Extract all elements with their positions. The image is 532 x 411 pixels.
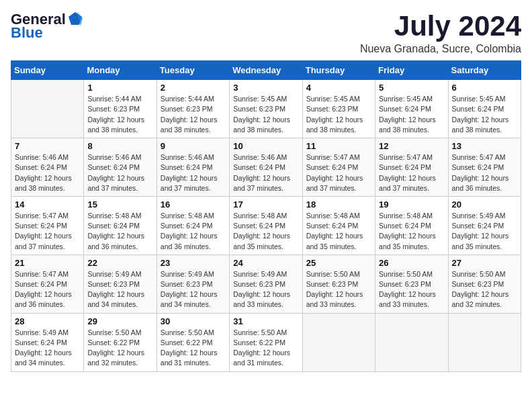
day-info: Sunrise: 5:48 AMSunset: 6:24 PMDaylight:… xyxy=(379,211,444,252)
day-info: Sunrise: 5:49 AMSunset: 6:24 PMDaylight:… xyxy=(452,211,517,252)
calendar-cell xyxy=(448,313,521,371)
calendar-cell: 24Sunrise: 5:49 AMSunset: 6:23 PMDayligh… xyxy=(230,255,302,313)
day-number: 28 xyxy=(15,316,80,326)
day-info: Sunrise: 5:50 AMSunset: 6:22 PMDaylight:… xyxy=(161,328,226,369)
day-info: Sunrise: 5:50 AMSunset: 6:22 PMDaylight:… xyxy=(233,328,298,369)
calendar-cell: 28Sunrise: 5:49 AMSunset: 6:24 PMDayligh… xyxy=(11,313,84,371)
day-info: Sunrise: 5:50 AMSunset: 6:22 PMDaylight:… xyxy=(87,328,152,369)
day-number: 7 xyxy=(15,141,80,151)
day-info: Sunrise: 5:47 AMSunset: 6:24 PMDaylight:… xyxy=(306,152,371,193)
day-header-tuesday: Tuesday xyxy=(157,61,229,80)
week-row-4: 21Sunrise: 5:47 AMSunset: 6:24 PMDayligh… xyxy=(11,255,521,313)
day-info: Sunrise: 5:44 AMSunset: 6:23 PMDaylight:… xyxy=(161,94,226,135)
day-number: 19 xyxy=(379,199,444,210)
day-number: 17 xyxy=(233,199,298,210)
day-header-monday: Monday xyxy=(84,61,157,80)
calendar-cell: 26Sunrise: 5:50 AMSunset: 6:23 PMDayligh… xyxy=(375,255,448,313)
day-number: 13 xyxy=(452,141,517,151)
title-area: July 2024 Nueva Granada, Sucre, Colombia xyxy=(360,11,521,55)
calendar-cell: 20Sunrise: 5:49 AMSunset: 6:24 PMDayligh… xyxy=(448,196,521,255)
day-info: Sunrise: 5:50 AMSunset: 6:23 PMDaylight:… xyxy=(306,269,371,310)
day-number: 9 xyxy=(161,141,226,151)
day-info: Sunrise: 5:47 AMSunset: 6:24 PMDaylight:… xyxy=(15,211,80,252)
day-header-friday: Friday xyxy=(375,61,448,80)
day-number: 30 xyxy=(161,316,226,326)
day-number: 23 xyxy=(161,258,226,268)
day-info: Sunrise: 5:46 AMSunset: 6:24 PMDaylight:… xyxy=(233,152,298,193)
day-info: Sunrise: 5:45 AMSunset: 6:23 PMDaylight:… xyxy=(306,94,371,135)
calendar-table: SundayMondayTuesdayWednesdayThursdayFrid… xyxy=(11,60,521,371)
calendar-cell: 15Sunrise: 5:48 AMSunset: 6:24 PMDayligh… xyxy=(84,196,157,255)
day-info: Sunrise: 5:49 AMSunset: 6:23 PMDaylight:… xyxy=(87,269,152,310)
day-info: Sunrise: 5:46 AMSunset: 6:24 PMDaylight:… xyxy=(161,152,226,193)
day-info: Sunrise: 5:46 AMSunset: 6:24 PMDaylight:… xyxy=(15,152,80,193)
calendar-cell: 14Sunrise: 5:47 AMSunset: 6:24 PMDayligh… xyxy=(11,196,84,255)
calendar-cell: 19Sunrise: 5:48 AMSunset: 6:24 PMDayligh… xyxy=(375,196,448,255)
day-number: 27 xyxy=(452,258,517,268)
calendar-cell: 30Sunrise: 5:50 AMSunset: 6:22 PMDayligh… xyxy=(157,313,229,371)
day-number: 4 xyxy=(306,83,371,93)
day-number: 18 xyxy=(306,199,371,210)
day-number: 1 xyxy=(87,83,152,93)
day-info: Sunrise: 5:45 AMSunset: 6:24 PMDaylight:… xyxy=(379,94,444,135)
day-number: 16 xyxy=(161,199,226,210)
day-info: Sunrise: 5:49 AMSunset: 6:24 PMDaylight:… xyxy=(15,328,80,369)
calendar-cell: 31Sunrise: 5:50 AMSunset: 6:22 PMDayligh… xyxy=(230,313,302,371)
calendar-cell xyxy=(375,313,448,371)
page-header: General Blue July 2024 Nueva Granada, Su… xyxy=(11,11,521,55)
calendar-cell: 6Sunrise: 5:45 AMSunset: 6:24 PMDaylight… xyxy=(448,80,521,138)
calendar-cell: 29Sunrise: 5:50 AMSunset: 6:22 PMDayligh… xyxy=(84,313,157,371)
day-number: 8 xyxy=(87,141,152,151)
day-info: Sunrise: 5:48 AMSunset: 6:24 PMDaylight:… xyxy=(306,211,371,252)
calendar-cell xyxy=(11,80,84,138)
calendar-cell: 5Sunrise: 5:45 AMSunset: 6:24 PMDaylight… xyxy=(375,80,448,138)
calendar-cell: 11Sunrise: 5:47 AMSunset: 6:24 PMDayligh… xyxy=(302,138,375,197)
day-number: 22 xyxy=(87,258,152,268)
page-subtitle: Nueva Granada, Sucre, Colombia xyxy=(360,43,521,55)
day-number: 2 xyxy=(161,83,226,93)
logo-blue: Blue xyxy=(11,24,43,42)
calendar-cell: 18Sunrise: 5:48 AMSunset: 6:24 PMDayligh… xyxy=(302,196,375,255)
day-number: 31 xyxy=(233,316,298,326)
day-number: 29 xyxy=(87,316,152,326)
calendar-cell: 17Sunrise: 5:48 AMSunset: 6:24 PMDayligh… xyxy=(230,196,302,255)
day-number: 11 xyxy=(306,141,371,151)
day-number: 12 xyxy=(379,141,444,151)
calendar-cell: 3Sunrise: 5:45 AMSunset: 6:23 PMDaylight… xyxy=(230,80,302,138)
logo: General Blue xyxy=(11,11,83,42)
calendar-cell: 12Sunrise: 5:47 AMSunset: 6:24 PMDayligh… xyxy=(375,138,448,197)
day-info: Sunrise: 5:47 AMSunset: 6:24 PMDaylight:… xyxy=(379,152,444,193)
day-info: Sunrise: 5:47 AMSunset: 6:24 PMDaylight:… xyxy=(452,152,517,193)
day-info: Sunrise: 5:49 AMSunset: 6:23 PMDaylight:… xyxy=(233,269,298,310)
day-info: Sunrise: 5:45 AMSunset: 6:24 PMDaylight:… xyxy=(452,94,517,135)
day-info: Sunrise: 5:47 AMSunset: 6:24 PMDaylight:… xyxy=(15,269,80,310)
calendar-cell: 21Sunrise: 5:47 AMSunset: 6:24 PMDayligh… xyxy=(11,255,84,313)
day-info: Sunrise: 5:46 AMSunset: 6:24 PMDaylight:… xyxy=(87,152,152,193)
calendar-cell: 7Sunrise: 5:46 AMSunset: 6:24 PMDaylight… xyxy=(11,138,84,197)
day-number: 24 xyxy=(233,258,298,268)
day-number: 10 xyxy=(233,141,298,151)
page-title: July 2024 xyxy=(360,11,521,42)
day-header-sunday: Sunday xyxy=(11,61,84,80)
calendar-cell: 4Sunrise: 5:45 AMSunset: 6:23 PMDaylight… xyxy=(302,80,375,138)
calendar-cell: 22Sunrise: 5:49 AMSunset: 6:23 PMDayligh… xyxy=(84,255,157,313)
day-info: Sunrise: 5:49 AMSunset: 6:23 PMDaylight:… xyxy=(161,269,226,310)
day-number: 3 xyxy=(233,83,298,93)
day-number: 26 xyxy=(379,258,444,268)
calendar-cell: 2Sunrise: 5:44 AMSunset: 6:23 PMDaylight… xyxy=(157,80,229,138)
week-row-1: 1Sunrise: 5:44 AMSunset: 6:23 PMDaylight… xyxy=(11,80,521,138)
day-header-saturday: Saturday xyxy=(448,61,521,80)
day-number: 6 xyxy=(452,83,517,93)
day-number: 14 xyxy=(15,199,80,210)
calendar-cell: 25Sunrise: 5:50 AMSunset: 6:23 PMDayligh… xyxy=(302,255,375,313)
day-header-thursday: Thursday xyxy=(302,61,375,80)
week-row-3: 14Sunrise: 5:47 AMSunset: 6:24 PMDayligh… xyxy=(11,196,521,255)
calendar-cell: 10Sunrise: 5:46 AMSunset: 6:24 PMDayligh… xyxy=(230,138,302,197)
day-number: 5 xyxy=(379,83,444,93)
day-number: 21 xyxy=(15,258,80,268)
calendar-cell: 8Sunrise: 5:46 AMSunset: 6:24 PMDaylight… xyxy=(84,138,157,197)
day-header-wednesday: Wednesday xyxy=(230,61,302,80)
day-info: Sunrise: 5:48 AMSunset: 6:24 PMDaylight:… xyxy=(161,211,226,252)
calendar-cell: 27Sunrise: 5:50 AMSunset: 6:23 PMDayligh… xyxy=(448,255,521,313)
calendar-cell: 9Sunrise: 5:46 AMSunset: 6:24 PMDaylight… xyxy=(157,138,229,197)
